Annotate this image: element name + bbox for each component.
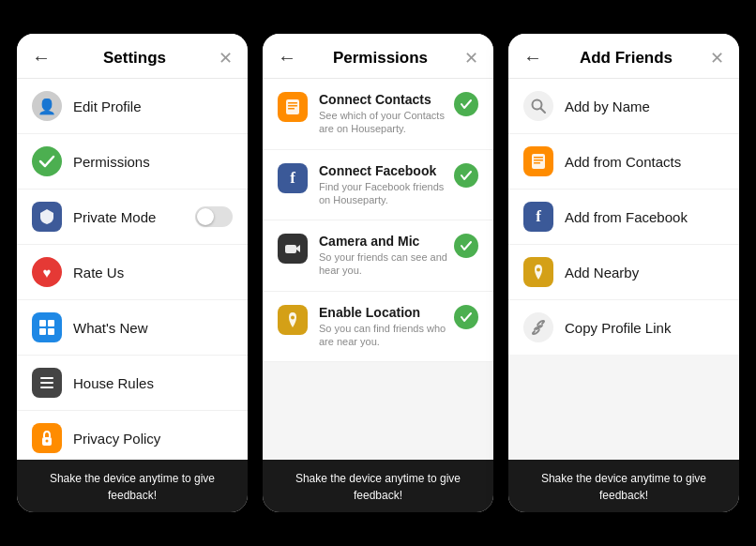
privacy-policy-icon xyxy=(32,423,62,453)
whats-new-label: What's New xyxy=(73,320,148,336)
location-perm-text: Enable Location So you can find friends … xyxy=(319,305,454,349)
private-mode-toggle[interactable] xyxy=(195,206,233,227)
facebook-perm-subtitle: Find your Facebook friends on Houseparty… xyxy=(319,180,454,207)
location-perm-title: Enable Location xyxy=(319,305,454,320)
add-nearby-item[interactable]: Add Nearby xyxy=(508,245,739,300)
contacts-perm-subtitle: See which of your Contacts are on Housep… xyxy=(319,109,454,136)
permissions-back-button[interactable]: ← xyxy=(278,47,296,68)
private-mode-toggle-switch[interactable] xyxy=(195,206,233,227)
facebook-perm-text: Connect Facebook Find your Facebook frie… xyxy=(319,163,454,207)
add-from-contacts-icon xyxy=(523,146,553,176)
perm-item-camera[interactable]: Camera and Mic So your friends can see a… xyxy=(263,220,493,292)
facebook-perm-title: Connect Facebook xyxy=(319,163,454,178)
add-friends-title: Add Friends xyxy=(580,49,673,68)
settings-close-button[interactable]: ✕ xyxy=(219,48,233,68)
svg-rect-6 xyxy=(40,387,53,388)
svg-rect-10 xyxy=(288,102,297,104)
add-friends-content: Add by Name Add from Contacts f xyxy=(508,79,739,460)
add-nearby-label: Add Nearby xyxy=(565,265,639,281)
add-from-contacts-item[interactable]: Add from Contacts xyxy=(508,134,739,190)
settings-item-private-mode[interactable]: Private Mode xyxy=(17,190,248,245)
location-perm-check[interactable] xyxy=(454,305,478,329)
svg-rect-18 xyxy=(532,154,545,169)
permissions-header: ← Permissions ✕ xyxy=(263,34,493,79)
copy-profile-link-item[interactable]: Copy Profile Link xyxy=(508,300,739,355)
contacts-perm-icon xyxy=(278,92,308,122)
rate-us-icon: ♥ xyxy=(32,257,62,287)
perm-item-contacts[interactable]: Connect Contacts See which of your Conta… xyxy=(263,79,493,150)
private-mode-label: Private Mode xyxy=(73,209,156,225)
permissions-title: Permissions xyxy=(333,49,428,68)
permissions-label: Permissions xyxy=(73,154,150,170)
add-friends-back-button[interactable]: ← xyxy=(523,47,542,68)
settings-item-edit-profile[interactable]: 👤 Edit Profile xyxy=(17,79,248,134)
settings-shake-text: Shake the device anytime to give feedbac… xyxy=(50,472,215,502)
permissions-footer: Shake the device anytime to give feedbac… xyxy=(263,460,493,512)
add-from-contacts-label: Add from Contacts xyxy=(565,154,681,170)
svg-rect-1 xyxy=(48,320,54,326)
svg-rect-5 xyxy=(40,382,53,384)
svg-line-17 xyxy=(541,109,546,114)
settings-item-whats-new[interactable]: What's New xyxy=(17,300,248,356)
settings-item-rate-us[interactable]: ♥ Rate Us xyxy=(17,245,248,300)
svg-marker-14 xyxy=(296,245,300,252)
perm-item-facebook[interactable]: f Connect Facebook Find your Facebook fr… xyxy=(263,150,493,221)
camera-perm-subtitle: So your friends can see and hear you. xyxy=(319,250,454,278)
edit-profile-avatar-icon: 👤 xyxy=(32,91,62,121)
settings-item-house-rules[interactable]: House Rules xyxy=(17,356,248,411)
svg-rect-0 xyxy=(39,320,46,326)
settings-item-privacy-policy[interactable]: Privacy Policy xyxy=(17,411,248,460)
facebook-perm-icon: f xyxy=(278,163,308,193)
settings-header: ← Settings ✕ xyxy=(17,34,248,79)
svg-rect-12 xyxy=(288,108,295,110)
camera-perm-text: Camera and Mic So your friends can see a… xyxy=(319,234,454,278)
add-friends-header: ← Add Friends ✕ xyxy=(508,34,739,79)
svg-rect-20 xyxy=(534,159,543,161)
svg-rect-2 xyxy=(39,328,46,335)
settings-screen: ← Settings ✕ 👤 Edit Profile Permissions xyxy=(17,34,248,512)
rate-us-label: Rate Us xyxy=(73,265,124,281)
settings-content: 👤 Edit Profile Permissions Private Mode xyxy=(17,79,248,460)
private-mode-icon xyxy=(32,202,62,232)
add-nearby-icon xyxy=(523,257,553,287)
camera-perm-check[interactable] xyxy=(454,234,478,258)
contacts-perm-check[interactable] xyxy=(454,92,478,116)
add-friends-close-button[interactable]: ✕ xyxy=(710,48,724,68)
facebook-perm-check[interactable] xyxy=(454,163,478,188)
svg-point-22 xyxy=(537,268,540,272)
house-rules-icon xyxy=(32,368,62,398)
location-perm-subtitle: So you can find friends who are near you… xyxy=(319,322,454,349)
svg-point-15 xyxy=(291,315,295,319)
add-from-facebook-label: Add from Facebook xyxy=(565,209,688,225)
camera-perm-icon xyxy=(278,234,308,264)
contacts-perm-title: Connect Contacts xyxy=(319,92,454,107)
whats-new-icon xyxy=(32,312,62,342)
house-rules-label: House Rules xyxy=(73,375,154,391)
edit-profile-label: Edit Profile xyxy=(73,99,142,114)
add-by-name-icon xyxy=(523,91,553,121)
add-friends-footer: Shake the device anytime to give feedbac… xyxy=(508,460,739,512)
add-friends-shake-text: Shake the device anytime to give feedbac… xyxy=(541,472,706,502)
add-from-facebook-item[interactable]: f Add from Facebook xyxy=(508,190,739,245)
permissions-icon xyxy=(32,146,62,176)
location-perm-icon xyxy=(278,305,308,335)
add-friends-screen: ← Add Friends ✕ Add by Name xyxy=(508,34,739,512)
permissions-shake-text: Shake the device anytime to give feedbac… xyxy=(295,472,461,502)
contacts-perm-text: Connect Contacts See which of your Conta… xyxy=(319,92,454,136)
settings-footer: Shake the device anytime to give feedbac… xyxy=(17,460,248,512)
svg-rect-4 xyxy=(40,377,53,379)
copy-profile-link-icon xyxy=(523,312,553,342)
svg-rect-19 xyxy=(534,157,543,159)
privacy-policy-label: Privacy Policy xyxy=(73,431,160,447)
svg-rect-21 xyxy=(534,162,540,164)
settings-back-button[interactable]: ← xyxy=(32,47,51,68)
settings-title: Settings xyxy=(103,49,166,68)
add-by-name-item[interactable]: Add by Name xyxy=(508,79,739,134)
settings-item-permissions[interactable]: Permissions xyxy=(17,134,248,190)
perm-item-location[interactable]: Enable Location So you can find friends … xyxy=(263,292,493,363)
svg-rect-9 xyxy=(286,99,299,114)
screens-container: ← Settings ✕ 👤 Edit Profile Permissions xyxy=(0,0,756,546)
permissions-close-button[interactable]: ✕ xyxy=(464,48,478,68)
copy-profile-link-label: Copy Profile Link xyxy=(565,320,671,336)
camera-perm-title: Camera and Mic xyxy=(319,234,454,249)
